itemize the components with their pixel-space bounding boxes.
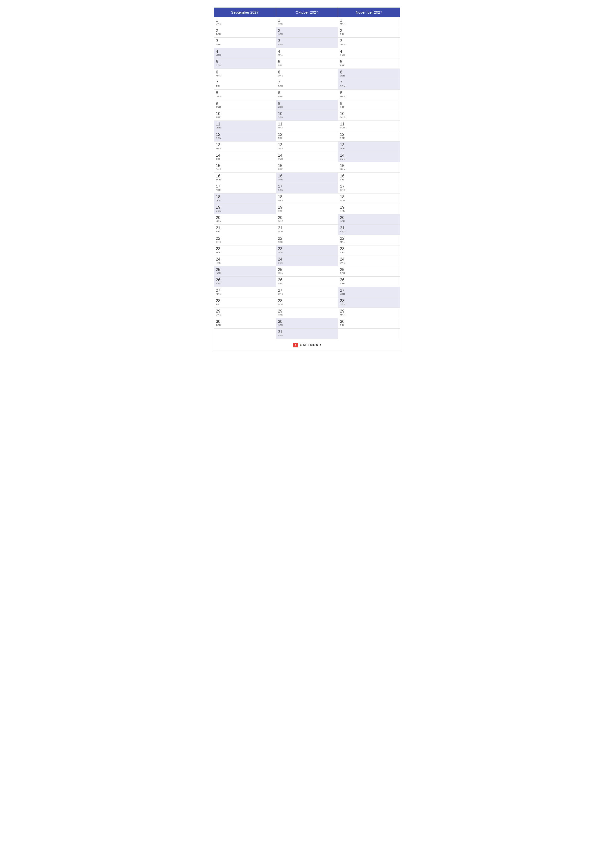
month-col-1: 26TIR	[276, 277, 338, 287]
day-name: TOR	[278, 85, 336, 87]
month-col-1: 7TOR	[276, 79, 338, 90]
month-col-0: 13MAN	[214, 141, 276, 152]
day-name: TIR	[278, 137, 336, 139]
day-number: 23	[278, 246, 336, 251]
day-row: 1FRE	[276, 17, 338, 27]
day-name: LØR	[278, 105, 336, 108]
day-number: 1	[278, 18, 336, 23]
month-col-1: 14TOR	[276, 152, 338, 162]
month-col-0: 23TOR	[214, 245, 276, 256]
day-row: 13LØR	[338, 141, 400, 152]
month-col-0: 16TOR	[214, 173, 276, 183]
day-row: 29MAN	[338, 308, 400, 318]
month-header-2: November 2027	[338, 8, 400, 17]
day-name: ONS	[340, 189, 398, 191]
month-col-2: 30TIR	[338, 318, 400, 329]
day-name: ONS	[216, 313, 274, 316]
day-row: 16TIR	[338, 173, 400, 183]
day-row: 19FRE	[338, 204, 400, 214]
day-number: 26	[340, 277, 398, 282]
day-row: 23TOR	[214, 245, 276, 256]
day-number: 27	[278, 288, 336, 293]
day-row: 29ONS	[214, 308, 276, 318]
day-number: 3	[278, 39, 336, 43]
day-row: 2TIR	[338, 27, 400, 37]
day-name: FRE	[278, 95, 336, 98]
day-row: 27ONS	[276, 287, 338, 298]
day-number: 29	[340, 309, 398, 313]
month-col-0: 7TIR	[214, 79, 276, 90]
month-col-2: 2TIR	[338, 27, 400, 37]
day-number: 8	[340, 91, 398, 95]
month-col-0: 6MAN	[214, 69, 276, 79]
month-col-2: 25TOR	[338, 266, 400, 277]
day-row: 26TIR	[276, 277, 338, 287]
empty-day	[214, 329, 276, 339]
day-row: 25MAN	[276, 266, 338, 277]
month-col-1: 19TIR	[276, 204, 338, 214]
month-col-0: 28TIR	[214, 298, 276, 308]
month-col-0: 19SØN	[214, 204, 276, 214]
month-col-0: 27MAN	[214, 287, 276, 298]
day-number: 11	[278, 122, 336, 126]
month-col-2: 20LØR	[338, 214, 400, 225]
day-number: 11	[340, 122, 398, 126]
day-number: 3	[340, 39, 398, 43]
month-col-0: 10FRE	[214, 110, 276, 121]
day-row: 25LØR	[214, 266, 276, 277]
day-row: 9TIR	[338, 100, 400, 110]
day-number: 28	[340, 298, 398, 303]
day-name: SØN	[278, 189, 336, 191]
day-name: MAN	[278, 272, 336, 274]
day-number: 25	[278, 267, 336, 272]
day-number: 29	[216, 309, 274, 313]
day-row: 2LØR	[276, 27, 338, 37]
day-row: 21TOR	[276, 225, 338, 235]
month-col-1: 22FRE	[276, 235, 338, 245]
day-row: 12TIR	[276, 131, 338, 141]
day-number: 26	[278, 277, 336, 282]
day-number: 3	[216, 39, 274, 43]
day-name: SØN	[340, 85, 398, 87]
month-col-2: 27LØR	[338, 287, 400, 298]
day-number: 6	[340, 70, 398, 74]
day-row: 15MAN	[338, 162, 400, 173]
month-col-2: 9TIR	[338, 100, 400, 110]
day-name: ONS	[278, 220, 336, 222]
day-name: TIR	[278, 282, 336, 285]
day-row: 29FRE	[276, 308, 338, 318]
day-name: FRE	[216, 262, 274, 264]
day-name: SØN	[278, 334, 336, 337]
day-row: 11TOR	[338, 121, 400, 131]
day-row: 27MAN	[214, 287, 276, 298]
day-name: ONS	[278, 147, 336, 150]
day-row: 30TOR	[214, 318, 276, 329]
day-number: 4	[216, 49, 274, 54]
day-row: 11LØR	[214, 121, 276, 131]
day-name: LØR	[278, 324, 336, 326]
day-name: SØN	[340, 303, 398, 305]
day-row: 15ONS	[214, 162, 276, 173]
day-row: 20MAN	[214, 214, 276, 225]
day-number: 19	[278, 205, 336, 209]
day-number: 18	[278, 194, 336, 199]
day-row: 13ONS	[276, 141, 338, 152]
month-col-0: 29ONS	[214, 308, 276, 318]
month-col-2: 24ONS	[338, 256, 400, 266]
day-row: 28TOR	[276, 298, 338, 308]
month-col-0: 20MAN	[214, 214, 276, 225]
day-number: 6	[278, 70, 336, 74]
day-number: 17	[340, 184, 398, 189]
month-col-1: 10SØN	[276, 110, 338, 121]
day-number: 1	[216, 18, 274, 23]
day-name: MAN	[278, 54, 336, 56]
day-number: 7	[216, 80, 274, 85]
day-name: ONS	[278, 293, 336, 295]
footer: 7 CALENDAR	[214, 339, 400, 350]
day-number: 16	[216, 174, 274, 178]
day-row: 28SØN	[338, 298, 400, 308]
month-col-0: 4LØR	[214, 48, 276, 58]
month-col-1: 16LØR	[276, 173, 338, 183]
day-name: FRE	[216, 189, 274, 191]
day-number: 12	[216, 132, 274, 137]
